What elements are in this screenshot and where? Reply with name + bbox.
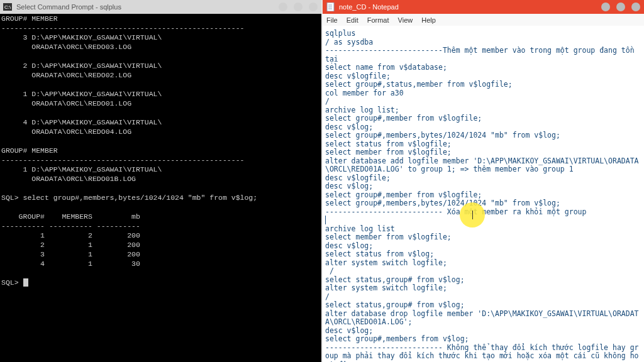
term-prompt: SQL> xyxy=(1,278,23,287)
cmd-window: C:\ Select Command Prompt - sqlplus GROU… xyxy=(0,0,321,362)
notepad-text-1: sqlplus / as sysdba --------------------… xyxy=(325,29,639,216)
menu-view[interactable]: View xyxy=(398,16,413,24)
notepad-window-buttons xyxy=(595,3,640,11)
close-button[interactable] xyxy=(309,3,318,11)
notepad-titlebar[interactable]: note_CD - Notepad xyxy=(323,0,644,14)
cursor-highlight-icon xyxy=(460,202,485,228)
maximize-button[interactable] xyxy=(294,3,303,11)
cmd-titlebar[interactable]: C:\ Select Command Prompt - sqlplus xyxy=(0,0,321,14)
term-table-rows: 1 2 200 2 1 200 3 1 200 4 1 30 xyxy=(1,231,140,268)
notepad-menubar: File Edit Format View Help xyxy=(323,14,644,26)
term-sep: ----------------------------------------… xyxy=(1,24,244,32)
menu-format[interactable]: Format xyxy=(367,16,389,24)
term-header: GROUP# MEMBER xyxy=(1,14,58,23)
cmd-terminal[interactable]: GROUP# MEMBER --------------------------… xyxy=(0,14,321,362)
term-table-sep: ---------- ---------- ---------- xyxy=(1,222,140,230)
cmd-title: Select Command Prompt - sqlplus xyxy=(16,3,272,11)
text-cursor xyxy=(325,216,326,224)
svg-text:C:\: C:\ xyxy=(4,4,11,10)
cmd-icon: C:\ xyxy=(3,2,13,12)
terminal-cursor xyxy=(23,278,28,287)
minimize-button[interactable] xyxy=(601,3,610,11)
cmd-window-buttons xyxy=(272,3,318,11)
term-block1: 3 D:\APP\MAKIKOY_GSAWAI\VIRTUAL\ ORADATA… xyxy=(1,33,244,183)
maximize-button[interactable] xyxy=(616,3,625,11)
menu-edit[interactable]: Edit xyxy=(347,16,358,24)
notepad-editor[interactable]: sqlplus / as sysdba --------------------… xyxy=(323,26,644,362)
menu-help[interactable]: Help xyxy=(421,16,436,24)
term-query: SQL> select group#,members,bytes/1024/10… xyxy=(1,194,257,202)
notepad-window: note_CD - Notepad File Edit Format View … xyxy=(323,0,644,362)
close-button[interactable] xyxy=(631,3,640,11)
minimize-button[interactable] xyxy=(279,3,287,11)
notepad-text-2: archive log list select member from v$lo… xyxy=(325,224,639,363)
menu-file[interactable]: File xyxy=(326,16,338,24)
term-table-hdr: GROUP# MEMBERS mb xyxy=(1,212,140,221)
notepad-icon xyxy=(325,2,335,12)
notepad-title: note_CD - Notepad xyxy=(339,3,595,11)
